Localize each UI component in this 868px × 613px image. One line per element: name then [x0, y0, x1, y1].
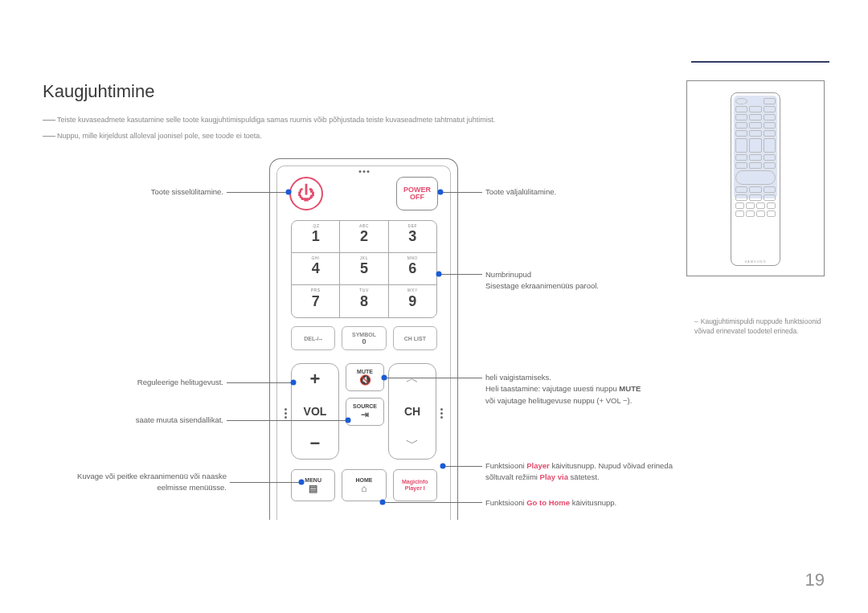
callout-num-line1: Numbrinupud [485, 269, 670, 280]
ir-dots [358, 170, 369, 173]
mid-column: MUTE 🔇 SOURCE ⇥ [346, 363, 384, 426]
ch-label: CH [404, 405, 420, 418]
number-pad: .QZ1 ABC2 DEF3 GHI4 JKL5 MNO6 PRS7 TUV8 … [291, 220, 437, 318]
menu-icon: ▤ [309, 483, 317, 494]
note-text: Teiste kuvaseadmete kasutamine selle too… [57, 116, 495, 124]
callout-volume: Reguleerige helitugevust. [79, 377, 223, 388]
vol-label: VOL [304, 405, 327, 418]
side-note: –Kaugjuhtimispuldi nuppude funktsioonid … [694, 317, 831, 337]
menu-button: MENU ▤ [291, 469, 335, 501]
leader-dot [380, 500, 386, 505]
mini-brand: SAMSUNG [731, 260, 780, 264]
numkey-5: JKL5 [340, 253, 388, 285]
source-icon: ⇥ [361, 409, 369, 420]
leader-dot [346, 418, 351, 423]
callout-mute-line1: heli vaigistamiseks. [485, 372, 678, 383]
chevron-up-icon: ︿ [406, 370, 419, 387]
note-text: Nuppu, mille kirjeldust alloleval joonis… [57, 132, 262, 140]
mute-button: MUTE 🔇 [346, 363, 384, 391]
leader-line [227, 382, 291, 383]
leader-line [227, 420, 346, 421]
leader-dot [291, 380, 297, 386]
numkey-1: .QZ1 [292, 221, 340, 253]
note-line-2: ―Nuppu, mille kirjeldust alloleval jooni… [43, 127, 262, 145]
leader-line [440, 192, 482, 193]
callout-num-line2: Sisestage ekraanimenüüs parool. [485, 280, 670, 292]
leader-dot [436, 272, 442, 277]
row-del-symbol-chlist: DEL-/-- SYMBOL 0 CH LIST [291, 326, 437, 350]
top-rule [691, 61, 829, 63]
callout-player: Funktsiooni Player käivitusnupp. Nupud v… [485, 460, 678, 484]
callout-mute-line2: Heli taastamine: vajutage uuesti nuppu M… [485, 383, 678, 394]
power-icon [297, 183, 315, 204]
plus-icon: + [310, 370, 321, 388]
callout-power-off: Toote väljalülitamine. [485, 186, 556, 198]
numkey-9: WXY9 [389, 285, 436, 317]
leader-line [383, 502, 482, 503]
mute-icon: 🔇 [359, 374, 371, 386]
power-on-button [289, 177, 323, 210]
leader-line [230, 482, 299, 483]
numkey-3: DEF3 [389, 221, 436, 253]
power-off-label-bottom: OFF [410, 194, 424, 201]
side-dots-right [440, 408, 443, 419]
leader-dot [382, 375, 387, 381]
numkey-6: MNO6 [389, 253, 436, 285]
callout-mute: heli vaigistamiseks. Heli taastamine: va… [485, 372, 678, 407]
volume-rocker: + VOL − [291, 363, 339, 460]
numkey-4: GHI4 [292, 253, 340, 285]
side-dots-left [285, 408, 287, 419]
leader-dot [440, 464, 446, 469]
leader-dot [286, 190, 292, 195]
row-menu-home-magic: MENU ▤ HOME ⌂ MagicInfo Player I [291, 469, 437, 501]
magicinfo-button: MagicInfo Player I [393, 469, 437, 501]
leader-line [227, 192, 286, 193]
callout-home: Funktsiooni Go to Home käivitusnupp. [485, 497, 678, 509]
minus-icon: − [310, 435, 321, 452]
page-number: 19 [805, 570, 825, 591]
home-button: HOME ⌂ [342, 469, 386, 501]
source-button: SOURCE ⇥ [346, 398, 384, 426]
home-icon: ⌂ [361, 483, 366, 494]
mini-remote-frame: SAMSUNG [686, 80, 825, 276]
callout-source: saate muuta sisendallikat. [79, 415, 223, 426]
symbol-zero-button: SYMBOL 0 [342, 326, 386, 350]
leader-line [443, 466, 482, 467]
mini-remote-grid [735, 98, 776, 260]
leader-line [384, 378, 482, 378]
page-title: Kaugjuhtimine [43, 81, 154, 102]
mini-remote: SAMSUNG [731, 92, 780, 266]
leader-dot [438, 190, 444, 195]
leader-line [439, 274, 482, 275]
callout-numpad: Numbrinupud Sisestage ekraanimenüüs paro… [485, 269, 670, 292]
power-off-button: POWER OFF [396, 177, 438, 210]
del-button: DEL-/-- [291, 326, 335, 350]
callout-mute-line3: või vajutage helitugevuse nuppu (+ VOL −… [485, 395, 678, 407]
chlist-button: CH LIST [393, 326, 437, 350]
numkey-2: ABC2 [340, 221, 388, 253]
numkey-8: TUV8 [340, 285, 388, 317]
side-note-text: Kaugjuhtimispuldi nuppude funktsioonid v… [694, 317, 821, 335]
chevron-down-icon: ﹀ [406, 435, 419, 452]
leader-dot [299, 480, 305, 485]
callout-menu: Kuvage või peitke ekraanimenüü või naask… [50, 471, 227, 494]
callout-power-on: Toote sisselülitamine. [79, 186, 223, 198]
remote-diagram: POWER OFF .QZ1 ABC2 DEF3 GHI4 JKL5 MNO6 … [269, 158, 458, 520]
numkey-7: PRS7 [292, 285, 340, 317]
